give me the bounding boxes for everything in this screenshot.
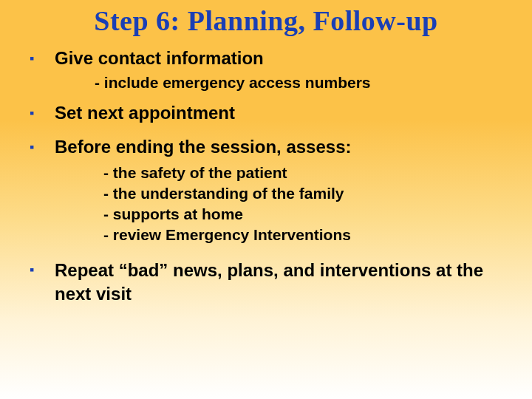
- bullet-item: ▪ Before ending the session, assess:: [30, 136, 502, 158]
- sub-bullet-block: - the safety of the patient - the unders…: [103, 163, 502, 245]
- bullet-text: Give contact information: [55, 47, 264, 69]
- sub-bullet-text: - the safety of the patient: [103, 163, 502, 183]
- sub-bullet-text: - the understanding of the family: [103, 183, 502, 204]
- bullet-item: ▪ Repeat “bad” news, plans, and interven…: [30, 259, 502, 306]
- slide-title: Step 6: Planning, Follow-up: [0, 0, 532, 37]
- bullet-item: ▪ Set next appointment: [30, 102, 502, 124]
- slide-body: ▪ Give contact information - include eme…: [0, 37, 532, 306]
- square-bullet-icon: ▪: [30, 259, 55, 281]
- sub-bullet-text: - include emergency access numbers: [95, 74, 502, 92]
- sub-bullet-text: - review Emergency Interventions: [103, 225, 502, 245]
- bullet-item: ▪ Give contact information: [30, 47, 502, 69]
- bullet-text: Repeat “bad” news, plans, and interventi…: [55, 259, 502, 306]
- square-bullet-icon: ▪: [30, 136, 55, 158]
- bullet-text: Before ending the session, assess:: [55, 136, 351, 158]
- square-bullet-icon: ▪: [30, 102, 55, 124]
- bullet-text: Set next appointment: [55, 102, 235, 124]
- sub-bullet-text: - supports at home: [103, 204, 502, 225]
- square-bullet-icon: ▪: [30, 47, 55, 69]
